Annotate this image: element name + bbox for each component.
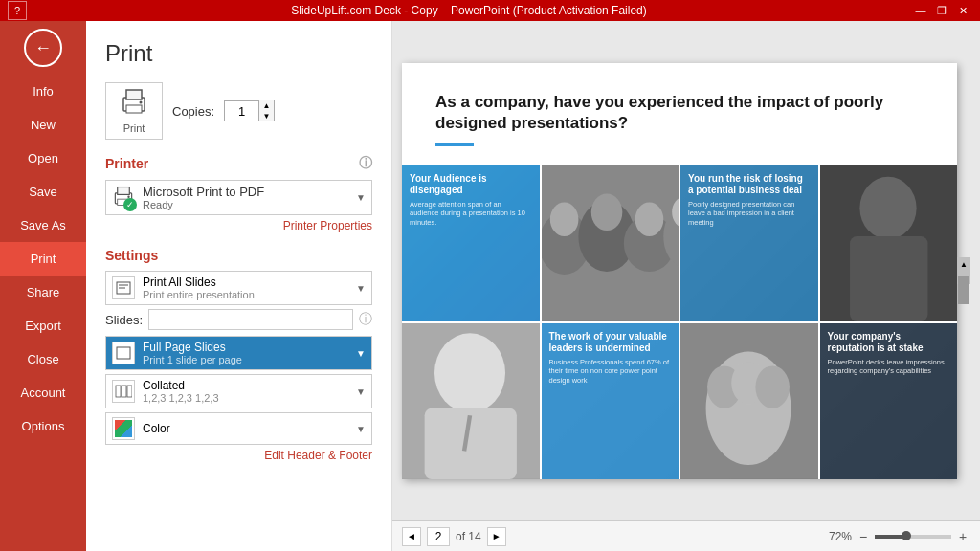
sidebar-item-options[interactable]: Options — [0, 409, 86, 443]
layout-sub: Print 1 slide per page — [143, 354, 356, 365]
print-button[interactable]: Print — [105, 82, 163, 140]
svg-rect-13 — [122, 386, 126, 397]
slide-grid: Your Audience is disengaged Average atte… — [402, 165, 957, 479]
next-page-button[interactable]: ► — [487, 527, 506, 546]
help-button[interactable]: ? — [8, 1, 27, 20]
svg-rect-1 — [126, 90, 142, 99]
sidebar-item-close[interactable]: Close — [0, 342, 86, 376]
slides-info-icon[interactable]: ⓘ — [359, 311, 372, 328]
cell-title-3: You run the risk of losing a potential b… — [688, 173, 811, 196]
layout-dropdown[interactable]: Full Page Slides Print 1 slide per page … — [105, 336, 372, 370]
preview-bottom-bar: ◄ of 14 ► 72% − + — [392, 520, 980, 551]
page-title: Print — [105, 40, 372, 67]
scroll-up-button[interactable]: ▲ — [957, 257, 970, 271]
scroll-thumb[interactable] — [958, 276, 969, 304]
zoom-minus-button[interactable]: − — [856, 529, 871, 544]
printer-status-text: Ready — [143, 199, 356, 210]
window-title: SlideUpLift.com Deck - Copy – PowerPoint… — [27, 4, 911, 17]
color-arrow[interactable]: ▼ — [356, 424, 366, 434]
svg-rect-11 — [117, 347, 130, 359]
sidebar-item-saveas[interactable]: Save As — [0, 209, 86, 242]
svg-rect-2 — [126, 105, 142, 113]
collate-text: Collated 1,2,3 1,2,3 1,2,3 — [143, 379, 356, 404]
print-scope-arrow[interactable]: ▼ — [356, 283, 366, 294]
edit-footer-link[interactable]: Edit Header & Footer — [105, 449, 372, 462]
title-bar: ? SlideUpLift.com Deck - Copy – PowerPoi… — [0, 0, 980, 21]
copies-label: Copies: — [172, 104, 214, 119]
collate-icon — [112, 380, 135, 403]
zoom-slider[interactable] — [875, 535, 951, 539]
settings-section-label: Settings — [105, 248, 158, 263]
printer-section-label: Printer — [105, 156, 148, 171]
copies-down-button[interactable]: ▼ — [258, 111, 274, 121]
slides-range-input[interactable] — [148, 309, 353, 330]
zoom-area: 72% − + — [829, 529, 970, 544]
cell-body-6: Business Professionals spend 67% of thei… — [549, 358, 672, 386]
printer-section-header: Printer ⓘ — [105, 155, 372, 172]
printer-ready-icon: ✓ — [123, 198, 137, 211]
svg-point-3 — [140, 101, 143, 104]
copies-up-button[interactable]: ▲ — [258, 100, 274, 111]
printer-name-block: Microsoft Print to PDF Ready — [143, 185, 356, 210]
slides-range-row: Slides: ⓘ — [105, 309, 372, 330]
printer-info-icon[interactable]: ⓘ — [359, 155, 372, 172]
page-number-input[interactable] — [427, 527, 450, 546]
layout-arrow[interactable]: ▼ — [356, 348, 366, 359]
sidebar-item-save[interactable]: Save — [0, 175, 86, 209]
collate-sub: 1,2,3 1,2,3 1,2,3 — [143, 392, 356, 404]
zoom-plus-button[interactable]: + — [955, 529, 970, 544]
slide-preview: As a company, have you experienced the i… — [402, 63, 957, 479]
printer-icon — [120, 88, 148, 121]
slide-underline — [435, 143, 474, 146]
settings-section-header: Settings — [105, 248, 372, 263]
svg-rect-5 — [118, 187, 130, 195]
cell-overlay-6: The work of your valuable leaders is und… — [542, 323, 679, 479]
restore-button[interactable]: ❐ — [932, 1, 951, 20]
collate-arrow[interactable]: ▼ — [356, 386, 366, 397]
collate-main: Collated — [143, 379, 356, 392]
sidebar-item-print[interactable]: Print — [0, 242, 86, 276]
printer-name-text: Microsoft Print to PDF — [143, 185, 356, 199]
print-scope-dropdown[interactable]: Print All Slides Print entire presentati… — [105, 271, 372, 305]
svg-point-25 — [859, 177, 916, 239]
prev-page-button[interactable]: ◄ — [402, 527, 421, 546]
grid-cell-2 — [542, 165, 679, 321]
minimize-button[interactable]: — — [911, 1, 930, 20]
print-options-panel: Print Print Copies: — [86, 21, 392, 551]
close-button[interactable]: ✕ — [953, 1, 972, 20]
copies-spinner[interactable]: ▲ ▼ — [224, 100, 275, 121]
printer-dropdown-arrow[interactable]: ▼ — [356, 192, 366, 203]
color-dropdown[interactable]: Color ▼ — [105, 412, 372, 445]
preview-area: As a company, have you experienced the i… — [392, 21, 980, 551]
copies-input[interactable] — [225, 101, 258, 121]
cell-title-8: Your company's reputation is at stake — [828, 331, 950, 354]
svg-rect-26 — [850, 236, 927, 321]
grid-cell-4 — [820, 165, 958, 321]
zoom-percent-label: 72% — [829, 530, 852, 543]
slide-headline: As a company, have you experienced the i… — [435, 92, 924, 134]
sidebar-item-share[interactable]: Share — [0, 276, 86, 309]
preview-scroll: As a company, have you experienced the i… — [392, 21, 980, 520]
sidebar-item-info[interactable]: Info — [0, 75, 86, 108]
slide-top: As a company, have you experienced the i… — [402, 63, 957, 165]
vertical-scrollbar[interactable]: ▲ ▼ — [957, 257, 970, 284]
layout-icon — [112, 342, 135, 364]
page-total-label: of 14 — [456, 530, 481, 543]
svg-rect-12 — [116, 386, 121, 397]
printer-properties-link[interactable]: Printer Properties — [105, 219, 372, 232]
sidebar-item-new[interactable]: New — [0, 108, 86, 142]
sidebar-item-account[interactable]: Account — [0, 376, 86, 409]
cell-body-1: Average attention span of an audience du… — [410, 200, 532, 228]
printer-selector[interactable]: ✓ Microsoft Print to PDF Ready ▼ — [105, 180, 372, 215]
sidebar-item-export[interactable]: Export — [0, 309, 86, 342]
back-button[interactable]: ← — [24, 29, 62, 67]
grid-cell-5 — [402, 323, 540, 479]
cell-title-6: The work of your valuable leaders is und… — [549, 331, 672, 354]
sidebar-item-open[interactable]: Open — [0, 142, 86, 175]
cell-overlay-1: Your Audience is disengaged Average atte… — [402, 165, 540, 321]
zoom-thumb[interactable] — [902, 531, 911, 540]
back-icon: ← — [34, 38, 52, 58]
grid-cell-7 — [680, 323, 818, 479]
color-main: Color — [143, 422, 356, 435]
collate-dropdown[interactable]: Collated 1,2,3 1,2,3 1,2,3 ▼ — [105, 374, 372, 408]
